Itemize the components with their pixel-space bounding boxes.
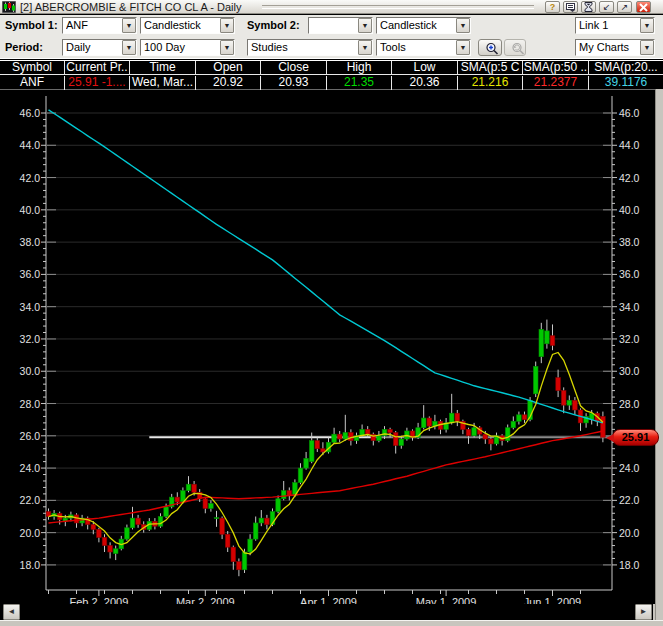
open-cell: 20.92 [196,76,261,90]
svg-text:40.0: 40.0 [20,204,41,216]
scroll-left-button[interactable]: ◄ [3,604,20,620]
current-price-cell: 25.91 -1.... [65,76,130,90]
close-button[interactable] [636,1,651,13]
column-header: High [327,61,392,75]
toolbar: Symbol 1: ANF ▼ Candlestick ▼ Symbol 2: … [0,15,663,59]
svg-text:34.0: 34.0 [20,301,41,313]
maximize-button[interactable]: ↗ [617,1,632,13]
magnifier-plus-icon [485,42,499,55]
close-icon [639,3,648,12]
zoom-reset-button[interactable] [504,39,526,56]
svg-text:44.0: 44.0 [20,139,41,151]
link-combobox[interactable]: Link 1 ▼ [575,17,655,34]
chevron-down-icon[interactable]: ▼ [358,40,372,55]
range-combobox[interactable]: 100 Day ▼ [140,39,235,56]
column-header: SMA(p:50 .. [523,61,589,75]
svg-text:Feb 2, 2009: Feb 2, 2009 [70,596,129,604]
magnifier-undo-icon [511,42,525,55]
svg-text:22.0: 22.0 [619,494,640,506]
chart-style1-value: Candlestick [144,19,219,32]
svg-text:20.0: 20.0 [20,527,41,539]
symbol1-input[interactable]: ANF [66,19,121,32]
chart-window: [2] ABERCROMBIE & FITCH CO CL A - Daily … [0,0,663,626]
svg-text:38.0: 38.0 [20,236,41,248]
svg-text:46.0: 46.0 [619,107,640,119]
window-bottom-edge [0,620,663,626]
quote-data-row[interactable]: ANF 25.91 -1.... Wed, Mar... 20.92 20.93… [0,76,663,90]
properties-button[interactable] [563,1,578,13]
title-grip [262,5,534,9]
svg-text:May 1, 2009: May 1, 2009 [416,596,477,604]
sma50-cell: 21.2377 [523,76,589,90]
column-header: Current Pr.. [65,61,130,75]
h-scrollbar-track[interactable] [21,604,634,620]
scroll-right-button[interactable]: ► [635,604,652,620]
chevron-down-icon[interactable]: ▼ [456,40,470,55]
column-header: Open [196,61,261,75]
low-cell: 20.36 [392,76,458,90]
price-chart-canvas[interactable]: 18.018.020.020.022.022.024.024.026.026.0… [0,89,663,604]
studies-combobox[interactable]: Studies ▼ [247,39,373,56]
svg-text:44.0: 44.0 [619,139,640,151]
svg-text:Jun 1, 2009: Jun 1, 2009 [524,596,582,604]
column-header: Close [261,61,327,75]
last-price-tag: 25.91 [612,429,659,446]
period-combobox[interactable]: Daily ▼ [62,39,137,56]
symbol2-input[interactable] [312,19,357,32]
time-cell: Wed, Mar... [130,76,196,90]
svg-text:42.0: 42.0 [619,172,640,184]
symbol2-label: Symbol 2: [247,17,300,34]
help-button[interactable]: ? [545,1,560,13]
close-cell: 20.93 [261,76,327,90]
tools-value: Tools [380,41,455,54]
symbol1-combobox[interactable]: ANF ▼ [62,17,137,34]
chevron-down-icon[interactable]: ▼ [122,18,136,33]
quote-header-row: Symbol Current Pr.. Time Open Close High… [0,61,663,75]
candlestick-chart-icon [2,1,16,13]
properties-icon [566,3,576,12]
zoom-in-button[interactable] [478,39,502,56]
symbol1-label: Symbol 1: [5,17,58,34]
svg-text:38.0: 38.0 [619,236,640,248]
my-charts-combobox[interactable]: My Charts ▼ [575,39,655,56]
hourglass-button[interactable] [581,1,596,13]
chevron-down-icon[interactable]: ▼ [122,40,136,55]
svg-text:42.0: 42.0 [20,172,41,184]
sma200-cell: 39.1176 [589,76,663,90]
svg-text:32.0: 32.0 [20,333,41,345]
chevron-down-icon[interactable]: ▼ [456,18,470,33]
window-right-edge [655,89,663,620]
high-cell: 21.35 [327,76,392,90]
svg-text:Apr 1, 2009: Apr 1, 2009 [300,596,357,604]
sma5-cell: 21.216 [458,76,523,90]
svg-text:26.0: 26.0 [20,430,41,442]
svg-text:28.0: 28.0 [619,398,640,410]
svg-text:46.0: 46.0 [20,107,41,119]
column-header: SMA(p:5 C [458,61,523,75]
chevron-down-icon[interactable]: ▼ [640,18,654,33]
restore-button[interactable]: ↙ [599,1,614,13]
chart-style1-combobox[interactable]: Candlestick ▼ [140,17,235,34]
link-value: Link 1 [579,19,639,32]
chevron-down-icon[interactable]: ▼ [220,18,234,33]
column-header: Time [130,61,196,75]
svg-text:24.0: 24.0 [20,462,41,474]
svg-text:30.0: 30.0 [20,365,41,377]
tools-combobox[interactable]: Tools ▼ [376,39,471,56]
svg-text:20.0: 20.0 [619,527,640,539]
range-value: 100 Day [144,41,219,54]
quote-table: Symbol Current Pr.. Time Open Close High… [0,60,663,89]
svg-text:34.0: 34.0 [619,301,640,313]
chart-style2-combobox[interactable]: Candlestick ▼ [376,17,471,34]
period-value: Daily [66,41,121,54]
symbol2-combobox[interactable]: ▼ [308,17,373,34]
column-header: SMA(p:20... [589,61,663,75]
column-header: Low [392,61,458,75]
my-charts-value: My Charts [579,41,639,54]
chevron-down-icon[interactable]: ▼ [358,18,372,33]
svg-text:18.0: 18.0 [619,559,640,571]
chevron-down-icon[interactable]: ▼ [640,40,654,55]
title-bar[interactable]: [2] ABERCROMBIE & FITCH CO CL A - Daily … [0,0,663,14]
svg-text:18.0: 18.0 [20,559,41,571]
chevron-down-icon[interactable]: ▼ [220,40,234,55]
